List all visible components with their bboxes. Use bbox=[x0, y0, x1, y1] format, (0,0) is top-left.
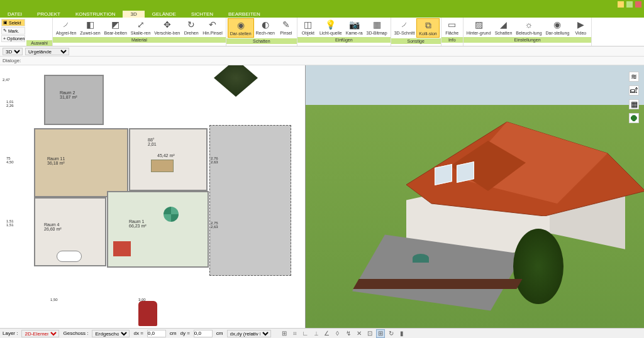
mode-select[interactable]: 3D bbox=[3, 48, 23, 55]
3dschnitt-button[interactable]: ⟋3D-Schnitt bbox=[392, 18, 417, 38]
tab-projekt[interactable]: PROJEKT bbox=[30, 11, 68, 18]
bearbeiten-button[interactable]: ◩Bear-beiten bbox=[103, 18, 129, 36]
group-einfuegen: Einfügen bbox=[297, 37, 391, 43]
tab-sichten[interactable]: SICHTEN bbox=[184, 11, 221, 18]
group-schatten: Schatten bbox=[226, 38, 297, 44]
area-icon: ▭ bbox=[447, 19, 458, 30]
brush-icon: ✎ bbox=[280, 19, 292, 30]
ortho-icon[interactable]: ∟ bbox=[301, 329, 310, 338]
tool-a-icon[interactable]: ◊ bbox=[333, 329, 342, 338]
layer-select[interactable]: 2D-Elemen bbox=[21, 330, 59, 337]
dy-label: dy = bbox=[180, 330, 190, 336]
zuweisen-button[interactable]: ◧Zuwei-sen bbox=[78, 18, 102, 36]
grid-toggle-icon[interactable]: ⊞ bbox=[376, 329, 385, 338]
kollision-button[interactable]: ⧉Kolli-sion bbox=[416, 18, 439, 38]
tab-konstruktion[interactable]: KONSTRUKTION bbox=[68, 11, 123, 18]
camera-icon: 📷 bbox=[348, 19, 360, 30]
video-icon: ▶ bbox=[575, 19, 586, 30]
kamera-button[interactable]: 📷Kame-ra bbox=[344, 18, 365, 36]
verschieben-button[interactable]: ✥Verschie-ben bbox=[152, 18, 182, 36]
hintergrund-button[interactable]: ▨Hinter-grund bbox=[465, 18, 493, 36]
workspace: Raum 231,87 m² Raum 1136,18 m² 88°2,01 4… bbox=[0, 65, 644, 328]
rel-select[interactable]: dx,dy (relativ ka bbox=[227, 330, 271, 337]
rotate-icon: ↻ bbox=[186, 19, 197, 30]
tree-tool-icon[interactable]: ⯃ bbox=[629, 113, 639, 123]
dy-input[interactable] bbox=[194, 330, 213, 337]
darstellung-button[interactable]: ◉Dar-stellung bbox=[544, 18, 572, 36]
scale-icon: ⤢ bbox=[135, 19, 147, 30]
compute-icon: ◐ bbox=[260, 19, 271, 30]
geschoss-label: Geschoss : bbox=[63, 330, 88, 336]
view-2d[interactable]: Raum 231,87 m² Raum 1136,18 m² 88°2,01 4… bbox=[0, 65, 306, 328]
tool-c-icon[interactable]: ✕ bbox=[355, 329, 364, 338]
cut-icon: ⟋ bbox=[399, 19, 410, 30]
darstellen-button[interactable]: ◉Dar-stellen bbox=[228, 18, 254, 38]
tab-datei[interactable]: DATEI bbox=[0, 11, 30, 18]
tool-b-icon[interactable]: ↯ bbox=[344, 329, 353, 338]
minimize-icon[interactable] bbox=[618, 1, 624, 8]
skalieren-button[interactable]: ⤢Skalie-ren bbox=[129, 18, 153, 36]
pipette-icon: ⟋ bbox=[60, 19, 72, 30]
ribbon: ▣Selekt ✎Mark. +Optionen Auswahl ⟋Abgrei… bbox=[0, 18, 644, 46]
move-icon: ✥ bbox=[162, 19, 173, 30]
video-button[interactable]: ▶Video bbox=[571, 18, 590, 36]
view-select[interactable]: Urgelände bbox=[25, 48, 69, 55]
object-icon: ◫ bbox=[303, 19, 314, 30]
palette-tool-icon[interactable]: ▦ bbox=[629, 99, 639, 109]
tool-d-icon[interactable]: ⊡ bbox=[365, 329, 374, 338]
objekt-button[interactable]: ◫Objekt bbox=[299, 18, 318, 36]
schatten-button[interactable]: ◢Schatten bbox=[493, 18, 514, 36]
abgreifen-button[interactable]: ⟋Abgrei-fen bbox=[54, 18, 78, 36]
bucket-icon: ◧ bbox=[84, 19, 96, 30]
grid-icon[interactable]: ⌗ bbox=[291, 329, 299, 338]
display-icon: ◉ bbox=[235, 19, 247, 31]
dialog-bar: Dialoge: bbox=[0, 57, 644, 65]
brush-back-icon: ↶ bbox=[207, 19, 218, 30]
tab-bearbeiten[interactable]: BEARBEITEN bbox=[221, 11, 268, 18]
drehen-button[interactable]: ↻Drehen bbox=[182, 18, 201, 36]
dx-input[interactable] bbox=[147, 330, 166, 337]
tab-gelaende[interactable]: GELÄNDE bbox=[145, 11, 184, 18]
group-sonstige: Sonstige bbox=[391, 38, 441, 44]
geschoss-select[interactable]: Erdgeschos bbox=[92, 330, 130, 337]
collision-icon: ⧉ bbox=[423, 19, 434, 31]
selekt-button[interactable]: ▣Selekt bbox=[1, 19, 25, 26]
snap-icon[interactable]: ⊞ bbox=[280, 329, 289, 338]
light-icon: 💡 bbox=[325, 19, 336, 30]
group-einstellungen: Einstellungen bbox=[464, 37, 592, 43]
dx-label: dx = bbox=[133, 330, 143, 336]
measure-icon[interactable]: ⟂ bbox=[312, 329, 321, 338]
group-auswahl: Auswahl bbox=[26, 40, 52, 46]
info-icon[interactable]: ▮ bbox=[397, 329, 406, 338]
sub-toolbar: 3D Urgelände bbox=[0, 46, 644, 57]
mark-button[interactable]: ✎Mark. bbox=[1, 27, 25, 35]
edit-icon: ◩ bbox=[110, 19, 121, 30]
maximize-icon[interactable] bbox=[626, 1, 633, 8]
rechnen-button[interactable]: ◐Rech-nen bbox=[254, 18, 277, 38]
group-info: Info bbox=[441, 37, 463, 43]
view-3d[interactable]: ≋ 🛋 ▦ ⯃ bbox=[306, 65, 644, 328]
tab-3d[interactable]: 3D bbox=[123, 11, 144, 18]
lichtquelle-button[interactable]: 💡Licht-quelle bbox=[318, 18, 344, 36]
property-bar: Layer : 2D-Elemen Geschoss : Erdgeschos … bbox=[0, 328, 644, 338]
refresh-icon[interactable]: ↻ bbox=[387, 329, 396, 338]
close-icon[interactable] bbox=[635, 1, 641, 8]
layer-label: Layer : bbox=[3, 330, 18, 336]
3dbitmap-button[interactable]: ▦3D-Bitmap bbox=[365, 18, 389, 36]
furnish-tool-icon[interactable]: 🛋 bbox=[629, 85, 639, 95]
lighting-icon: ☼ bbox=[523, 19, 535, 30]
group-material: Material bbox=[53, 37, 226, 43]
dialoge-label: Dialoge: bbox=[3, 58, 21, 63]
pinsel-button[interactable]: ✎Pinsel bbox=[277, 18, 296, 38]
bitmap-icon: ▦ bbox=[371, 19, 382, 30]
beleuchtung-button[interactable]: ☼Beleuch-tung bbox=[514, 18, 543, 36]
layer-tool-icon[interactable]: ≋ bbox=[629, 72, 639, 82]
shadow-icon: ◢ bbox=[497, 19, 509, 30]
flaeche-button[interactable]: ▭Fläche bbox=[443, 18, 462, 36]
ribbon-tabs: DATEI PROJEKT KONSTRUKTION 3D GELÄNDE SI… bbox=[0, 9, 644, 18]
angle-icon[interactable]: ∠ bbox=[323, 329, 331, 338]
quick-access: ▣Selekt ✎Mark. +Optionen bbox=[0, 18, 26, 46]
view3d-tools: ≋ 🛋 ▦ ⯃ bbox=[629, 72, 639, 123]
optionen-button[interactable]: +Optionen bbox=[1, 35, 25, 42]
hinpinsel-button[interactable]: ↶Hin.Pinsel bbox=[201, 18, 225, 36]
